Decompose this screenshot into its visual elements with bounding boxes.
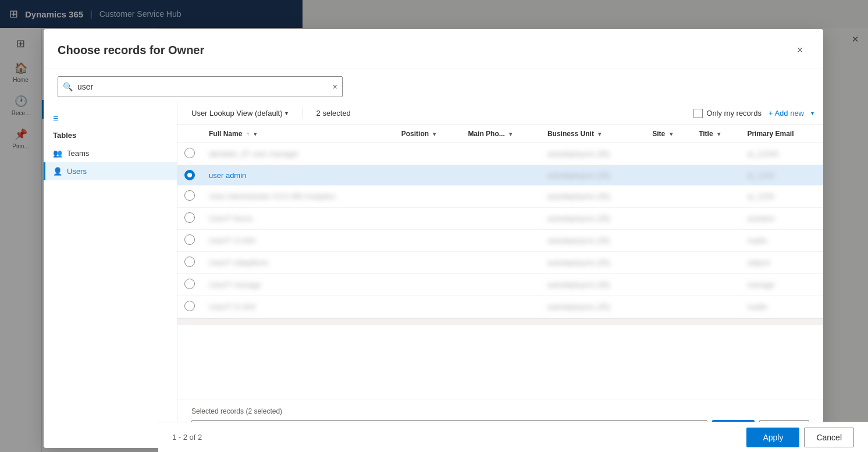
table-row[interactable]: UserIT manageautodeployms (35)manage bbox=[177, 274, 823, 296]
td-title bbox=[692, 252, 740, 274]
th-primary-email[interactable]: Primary Email bbox=[740, 125, 823, 143]
table-row[interactable]: UserIT Cl.404autodeployms (35)mailto bbox=[177, 296, 823, 318]
row-name-text: UserIT cldeplform bbox=[209, 258, 268, 267]
add-new-button[interactable]: + Add new bbox=[769, 109, 804, 118]
search-clear-button[interactable]: × bbox=[328, 82, 342, 91]
table-row[interactable]: UserIT Cl.404autodeployms (35)mailto bbox=[177, 230, 823, 252]
td-business-unit: autodeployms (35) bbox=[540, 186, 645, 208]
td-site bbox=[645, 296, 692, 318]
td-name: UserIT cldeplform bbox=[202, 252, 394, 274]
modal-header: Choose records for Owner × bbox=[44, 29, 823, 69]
panel-item-users[interactable]: 👤 Users bbox=[44, 162, 177, 180]
toolbar-divider bbox=[302, 108, 303, 119]
td-position bbox=[394, 143, 461, 165]
table-row[interactable]: User Administrator CCA 365 Analyticsauto… bbox=[177, 186, 823, 208]
horizontal-scrollbar[interactable] bbox=[177, 318, 823, 325]
radio-button[interactable] bbox=[184, 257, 195, 267]
td-primary-email: mailto bbox=[740, 296, 823, 318]
radio-button[interactable] bbox=[184, 301, 195, 311]
th-select bbox=[177, 125, 202, 143]
radio-cell bbox=[177, 274, 202, 296]
td-name: UserIT fluora bbox=[202, 208, 394, 230]
right-content: User Lookup View (default) ▾ 2 selected … bbox=[177, 102, 823, 448]
td-business-unit: autodeployms (35) bbox=[540, 208, 645, 230]
td-site bbox=[645, 186, 692, 208]
td-primary-email: mailto bbox=[740, 230, 823, 252]
td-site bbox=[645, 230, 692, 252]
th-main-phone[interactable]: Main Pho... ▾ bbox=[461, 125, 540, 143]
td-name: UserIT manage bbox=[202, 274, 394, 296]
td-name: aibuilder_07 user manager bbox=[202, 143, 394, 165]
choose-records-modal: Choose records for Owner × 🔍 × ≡ Tables … bbox=[44, 29, 823, 448]
tables-section-title: Tables bbox=[44, 129, 177, 144]
row-name-link[interactable]: user admin bbox=[209, 171, 246, 180]
td-title bbox=[692, 208, 740, 230]
view-dropdown[interactable]: User Lookup View (default) ▾ bbox=[187, 106, 293, 120]
radio-cell bbox=[177, 208, 202, 230]
td-main-phone bbox=[461, 186, 540, 208]
td-title bbox=[692, 296, 740, 318]
th-title[interactable]: Title ▾ bbox=[692, 125, 740, 143]
radio-button[interactable] bbox=[184, 190, 195, 201]
row-name-text: UserIT fluora bbox=[209, 214, 252, 223]
modal-close-button[interactable]: × bbox=[791, 41, 809, 59]
td-name: User Administrator CCA 365 Analytics bbox=[202, 186, 394, 208]
apply-button[interactable]: Apply bbox=[746, 428, 799, 447]
panel-menu-icon[interactable]: ≡ bbox=[44, 109, 177, 129]
toolbar-left: User Lookup View (default) ▾ 2 selected bbox=[187, 106, 355, 120]
only-my-records-label[interactable]: Only my records bbox=[693, 109, 762, 118]
td-main-phone bbox=[461, 230, 540, 252]
td-name: UserIT Cl.404 bbox=[202, 296, 394, 318]
td-site bbox=[645, 274, 692, 296]
th-position[interactable]: Position ▾ bbox=[394, 125, 461, 143]
bottom-action-buttons: Apply Cancel bbox=[746, 428, 854, 447]
td-position bbox=[394, 208, 461, 230]
radio-cell bbox=[177, 165, 202, 186]
td-primary-email: autotest bbox=[740, 208, 823, 230]
table-row[interactable]: UserIT cldeplformautodeployms (35)cldpor… bbox=[177, 252, 823, 274]
td-main-phone bbox=[461, 143, 540, 165]
records-table-wrap: Full Name ↑ ▾ Position ▾ Main Pho... ▾ bbox=[177, 125, 823, 400]
pagination-text: 1 - 2 of 2 bbox=[172, 433, 202, 442]
radio-button[interactable] bbox=[184, 234, 195, 245]
radio-button[interactable] bbox=[184, 212, 195, 223]
cancel-bottom-button[interactable]: Cancel bbox=[804, 428, 854, 447]
th-full-name[interactable]: Full Name ↑ ▾ bbox=[202, 125, 394, 143]
search-input[interactable] bbox=[77, 82, 328, 91]
td-position bbox=[394, 165, 461, 186]
th-business-unit-text: Business Unit bbox=[547, 130, 594, 138]
td-primary-email: ai_12345 bbox=[740, 143, 823, 165]
radio-cell bbox=[177, 143, 202, 165]
td-main-phone bbox=[461, 252, 540, 274]
td-site bbox=[645, 252, 692, 274]
add-new-chevron-icon[interactable]: ▾ bbox=[811, 110, 814, 116]
td-title bbox=[692, 274, 740, 296]
radio-button[interactable] bbox=[184, 170, 195, 180]
row-name-text: User Administrator CCA 365 Analytics bbox=[209, 192, 335, 201]
panel-item-label: Teams bbox=[67, 149, 89, 158]
td-business-unit: autodeployms (35) bbox=[540, 274, 645, 296]
table-row[interactable]: UserIT fluoraautodeployms (35)autotest bbox=[177, 208, 823, 230]
th-site[interactable]: Site ▾ bbox=[645, 125, 692, 143]
modal-title: Choose records for Owner bbox=[58, 44, 204, 57]
th-business-unit[interactable]: Business Unit ▾ bbox=[540, 125, 645, 143]
td-position bbox=[394, 296, 461, 318]
radio-cell bbox=[177, 252, 202, 274]
user-icon: 👤 bbox=[53, 167, 62, 176]
only-my-records-checkbox[interactable] bbox=[693, 109, 703, 118]
table-row[interactable]: aibuilder_07 user managerautodeployms (3… bbox=[177, 143, 823, 165]
table-body: aibuilder_07 user managerautodeployms (3… bbox=[177, 143, 823, 318]
radio-button[interactable] bbox=[184, 279, 195, 289]
records-table: Full Name ↑ ▾ Position ▾ Main Pho... ▾ bbox=[177, 125, 823, 318]
row-name-text: UserIT manage bbox=[209, 280, 261, 289]
radio-cell bbox=[177, 186, 202, 208]
td-title bbox=[692, 165, 740, 186]
td-position bbox=[394, 230, 461, 252]
chevron-down-icon: ▾ bbox=[670, 131, 673, 137]
panel-item-label: Users bbox=[67, 167, 87, 176]
table-row[interactable]: user adminautodeployms (35)ai_1234 bbox=[177, 165, 823, 186]
left-panel: ≡ Tables 👥 Teams 👤 Users bbox=[44, 102, 177, 448]
radio-button[interactable] bbox=[184, 148, 195, 158]
chevron-down-icon: ▾ bbox=[254, 131, 257, 137]
panel-item-teams[interactable]: 👥 Teams bbox=[44, 144, 177, 162]
